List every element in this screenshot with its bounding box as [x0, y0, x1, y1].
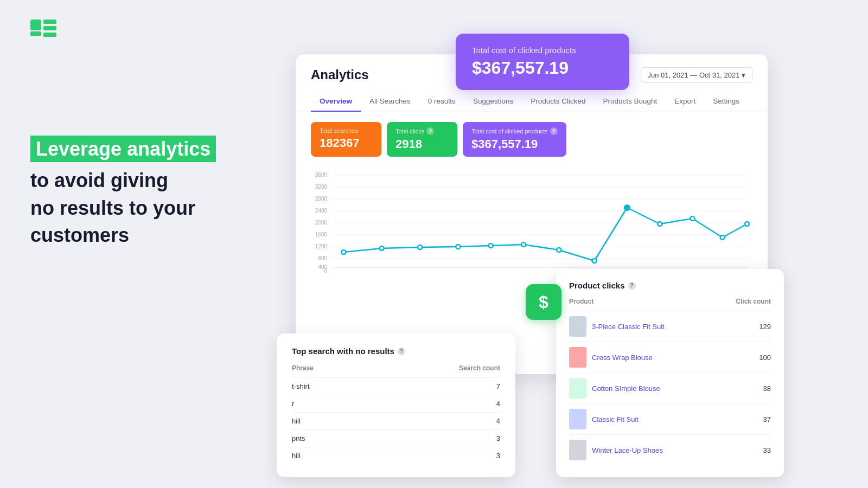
stat-card-clicks: Total clicks ? 2918: [387, 122, 457, 157]
stat-searches-value: 182367: [320, 136, 373, 150]
analytics-chart: 3600 3200 2800 2400 2000 1600 1200 800 4…: [311, 164, 752, 273]
click-count-cell: 38: [717, 373, 771, 404]
svg-point-36: [745, 222, 749, 226]
stat-cost-info-icon[interactable]: ?: [550, 127, 558, 135]
click-count-cell: 37: [717, 404, 771, 435]
table-row: t-shirt 7: [292, 378, 500, 395]
phrase-cell: t-shirt: [292, 378, 363, 395]
svg-point-28: [489, 243, 493, 248]
svg-point-24: [341, 250, 346, 254]
phrase-cell: r: [292, 395, 363, 413]
dollar-fab: $: [526, 284, 561, 320]
stat-card-cost: Total cost of clicked products ? $367,55…: [463, 122, 566, 157]
svg-point-34: [690, 216, 694, 221]
svg-text:0: 0: [324, 268, 328, 273]
product-cell: Cotton SImple Blouse: [569, 373, 717, 404]
hero-section: Leverage analytics to avoid giving no re…: [30, 136, 291, 249]
search-table-info-icon[interactable]: ?: [398, 348, 405, 355]
col-product-header: Product: [569, 298, 717, 311]
svg-point-27: [456, 245, 460, 249]
list-item: Cross Wrap Blouse 100: [569, 342, 771, 373]
list-item: Winter Lace-Up Shoes 33: [569, 435, 771, 466]
tab-settings[interactable]: Settings: [704, 92, 748, 112]
svg-point-33: [658, 222, 662, 226]
svg-text:800: 800: [318, 255, 327, 261]
col-count-header: Search count: [363, 364, 500, 378]
click-count-cell: 129: [717, 311, 771, 342]
tab-suggestions[interactable]: Suggestions: [464, 92, 522, 112]
search-table-card: Top search with no results ? Phrase Sear…: [277, 333, 515, 477]
stat-clicks-info-icon[interactable]: ?: [426, 127, 434, 135]
svg-text:2400: 2400: [315, 208, 328, 214]
product-link[interactable]: Classic Fit Suit: [592, 415, 639, 423]
tab-all-searches[interactable]: All Searches: [361, 92, 419, 112]
svg-text:1600: 1600: [315, 232, 328, 237]
product-clicks-title: Product clicks ?: [569, 281, 771, 290]
svg-point-25: [380, 246, 384, 251]
svg-point-29: [521, 242, 526, 247]
list-item: Cotton SImple Blouse 38: [569, 373, 771, 404]
product-cell: Classic Fit Suit: [569, 404, 717, 435]
svg-rect-2: [43, 20, 56, 24]
svg-text:1200: 1200: [315, 243, 328, 249]
search-table-title: Top search with no results ?: [292, 346, 500, 356]
count-cell: 4: [363, 395, 500, 413]
product-cell: Winter Lace-Up Shoes: [569, 435, 717, 466]
product-table: Product Click count 3-Piece Classic Fit …: [569, 298, 771, 465]
col-clicks-header: Click count: [717, 298, 771, 311]
svg-text:3600: 3600: [315, 172, 328, 178]
svg-text:2800: 2800: [315, 196, 328, 202]
product-cell: 3-Piece Classic Fit Suit: [569, 311, 717, 342]
count-cell: 4: [363, 413, 500, 430]
tooltip-card-label: Total cost of clicked products: [472, 46, 613, 55]
svg-rect-4: [43, 33, 56, 37]
phrase-cell: hill: [292, 447, 363, 465]
click-count-cell: 33: [717, 435, 771, 466]
product-link[interactable]: Cross Wrap Blouse: [592, 354, 653, 362]
product-link[interactable]: Cotton SImple Blouse: [592, 384, 660, 393]
stat-cards: Total searches 182367 Total clicks ? 291…: [296, 112, 768, 157]
tooltip-card-value: $367,557.19: [472, 58, 613, 78]
stat-cost-value: $367,557.19: [471, 137, 558, 151]
stat-cost-label: Total cost of clicked products: [471, 128, 548, 134]
tab-overview[interactable]: Overview: [311, 92, 361, 112]
product-clicks-info-icon[interactable]: ?: [628, 282, 636, 290]
table-row: r 4: [292, 395, 500, 413]
tab-products-clicked[interactable]: Products Clicked: [522, 92, 594, 112]
svg-text:2000: 2000: [315, 220, 328, 226]
count-cell: 3: [363, 430, 500, 447]
svg-rect-0: [30, 20, 41, 30]
search-table-title-text: Top search with no results: [292, 346, 394, 356]
hero-main-text: to avoid giving no results to your custo…: [30, 167, 291, 249]
product-link[interactable]: 3-Piece Classic Fit Suit: [592, 323, 665, 331]
date-filter-button[interactable]: Jun 01, 2021 — Oct 31, 2021 ▾: [641, 67, 752, 83]
table-row: hill 3: [292, 447, 500, 465]
tab-products-bought[interactable]: Products Bought: [594, 92, 666, 112]
click-count-cell: 100: [717, 342, 771, 373]
table-row: hill 4: [292, 413, 500, 430]
dollar-icon: $: [539, 292, 548, 312]
stat-clicks-label: Total clicks: [395, 128, 424, 134]
product-link[interactable]: Winter Lace-Up Shoes: [592, 446, 663, 454]
analytics-tabs: Overview All Searches 0 results Suggesti…: [296, 92, 768, 112]
stat-card-searches: Total searches 182367: [311, 122, 381, 157]
tab-0-results[interactable]: 0 results: [419, 92, 464, 112]
product-cell: Cross Wrap Blouse: [569, 342, 717, 373]
analytics-title: Analytics: [311, 67, 369, 82]
col-phrase-header: Phrase: [292, 364, 363, 378]
svg-rect-1: [30, 31, 41, 36]
count-cell: 3: [363, 447, 500, 465]
search-table: Phrase Search count t-shirt 7 r 4 hill 4…: [292, 364, 500, 464]
phrase-cell: pnts: [292, 430, 363, 447]
stat-searches-label: Total searches: [320, 127, 358, 134]
tooltip-card: Total cost of clicked products $367,557.…: [456, 34, 629, 90]
product-clicks-card: Product clicks ? Product Click count 3-P…: [556, 269, 784, 477]
svg-point-35: [720, 235, 725, 240]
svg-point-31: [592, 259, 597, 263]
svg-point-26: [418, 245, 422, 249]
count-cell: 7: [363, 378, 500, 395]
list-item: Classic Fit Suit 37: [569, 404, 771, 435]
tab-export[interactable]: Export: [666, 92, 704, 112]
table-row: pnts 3: [292, 430, 500, 447]
svg-point-30: [557, 248, 561, 252]
